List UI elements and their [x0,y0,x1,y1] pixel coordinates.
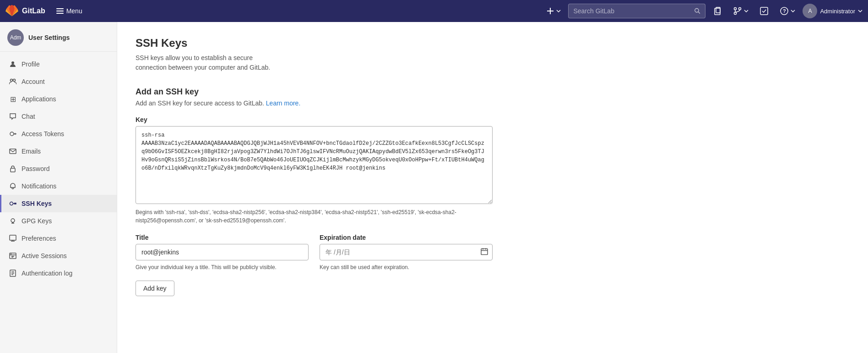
menu-button[interactable]: Menu [53,6,86,17]
add-key-button[interactable]: Add key [136,281,174,296]
key-hint: Begins with 'ssh-rsa', 'ssh-dss', 'ecdsa… [136,208,493,225]
sidebar-item-auth-log[interactable]: Authentication log [0,265,117,282]
sidebar-user-header: Adm User Settings [0,22,117,52]
key-textarea[interactable]: ssh-rsa AAAAB3NzaC1yc2EAAAADAQABAAAABAQD… [136,126,493,204]
sidebar-item-chat[interactable]: Chat [0,108,117,125]
title-input[interactable] [136,244,309,260]
title-expiration-row: Title Give your individual key a title. … [136,234,493,271]
svg-rect-23 [10,235,16,240]
chevron-down-icon-4 [858,9,863,13]
svg-rect-2 [56,13,64,14]
title-col: Title Give your individual key a title. … [136,234,309,271]
sidebar-item-preferences[interactable]: Preferences [0,230,117,247]
sidebar-item-notifications[interactable]: Notifications [0,177,117,195]
chevron-down-icon-2 [744,9,749,13]
sidebar-item-profile[interactable]: Profile [0,55,117,73]
brand[interactable]: GitLab [5,5,45,17]
access-tokens-icon [9,130,17,138]
notifications-icon [9,182,17,190]
copy-icon [713,6,722,16]
expiration-col: Expiration date Key can still be used af… [320,234,493,271]
svg-point-9 [734,12,737,15]
svg-rect-4 [547,11,553,11]
admin-avatar: A [803,4,817,18]
add-ssh-form-panel: Add an SSH key Add an SSH key for secure… [136,87,493,296]
ssh-keys-icon [9,199,17,208]
help-btn[interactable]: ? [776,5,799,17]
gitlab-logo [5,5,18,17]
merge-icon [733,6,742,16]
account-icon [9,77,17,86]
sidebar-applications-label: Applications [22,95,56,103]
search-box[interactable] [568,4,705,18]
svg-point-5 [695,8,699,12]
sidebar-chat-label: Chat [22,113,35,120]
admin-user-menu[interactable]: A Administrator [803,4,863,18]
sidebar-item-ssh-keys[interactable]: SSH Keys [0,195,117,212]
title-hint: Give your individual key a title. This w… [136,263,309,271]
svg-rect-1 [56,11,64,11]
preferences-icon [9,234,17,243]
sidebar-emails-label: Emails [22,148,41,155]
top-navbar: GitLab Menu [0,0,868,22]
todos-btn[interactable] [756,5,772,17]
create-button[interactable] [542,5,564,17]
svg-point-15 [11,79,13,82]
help-icon: ? [780,6,789,16]
sidebar-item-account[interactable]: Account [0,73,117,90]
sidebar-user-title: User Settings [28,34,70,41]
copy-icon-btn[interactable] [709,5,726,17]
check-icon [760,6,769,16]
svg-rect-19 [11,168,15,172]
active-sessions-icon [9,252,17,260]
sidebar-gpg-keys-label: GPG Keys [22,217,52,225]
sidebar-item-active-sessions[interactable]: Active Sessions [0,247,117,265]
svg-rect-0 [56,8,64,9]
admin-label: Administrator [820,8,855,15]
chat-icon [9,112,17,121]
merge-requests-btn[interactable] [729,5,752,17]
search-input[interactable] [573,7,690,15]
chevron-down-icon [556,9,561,13]
sidebar-ssh-keys-label: SSH Keys [22,200,52,207]
add-ssh-description: Add an SSH key for secure access to GitL… [136,99,493,107]
learn-more-link[interactable]: Learn more. [266,99,300,107]
svg-point-17 [10,132,14,136]
expiration-date-input[interactable] [320,244,493,260]
svg-rect-6 [715,8,720,15]
sidebar-item-access-tokens[interactable]: Access Tokens [0,125,117,143]
sidebar-password-label: Password [22,165,49,172]
page-description: SSH keys allow you to establish a secure… [136,53,850,72]
sidebar-active-sessions-label: Active Sessions [22,252,67,259]
svg-rect-18 [10,149,16,154]
sidebar-notifications-label: Notifications [22,182,56,190]
svg-point-20 [10,202,13,205]
svg-rect-24 [10,253,16,259]
sidebar-access-tokens-label: Access Tokens [22,130,64,138]
sidebar-item-emails[interactable]: Emails [0,143,117,160]
password-icon [9,165,17,173]
sidebar-profile-label: Profile [22,61,40,68]
key-label: Key [136,116,493,123]
svg-point-10 [739,8,741,10]
sidebar-item-gpg-keys[interactable]: GPG Keys [0,212,117,230]
profile-icon [9,60,17,68]
chevron-down-icon-3 [791,9,795,13]
search-icon [694,7,701,15]
sidebar-avatar: Adm [7,29,24,46]
sidebar-account-label: Account [22,78,45,85]
brand-name: GitLab [22,7,45,15]
menu-label: Menu [66,7,82,15]
svg-text:?: ? [783,8,786,14]
hamburger-icon [56,7,64,15]
add-ssh-title: Add an SSH key [136,87,493,97]
sidebar-nav: Profile Account ⊞ Applications Chat [0,52,117,286]
main-content: SSH Keys SSH keys allow you to establish… [117,22,868,353]
sidebar-item-applications[interactable]: ⊞ Applications [0,90,117,108]
sidebar-preferences-label: Preferences [22,235,56,242]
key-form-group: Key ssh-rsa AAAAB3NzaC1yc2EAAAADAQABAAAA… [136,116,493,225]
page-title: SSH Keys [136,37,850,50]
svg-point-16 [13,79,16,82]
sidebar: Adm User Settings Profile Account ⊞ Appl… [0,22,117,353]
sidebar-item-password[interactable]: Password [0,160,117,177]
